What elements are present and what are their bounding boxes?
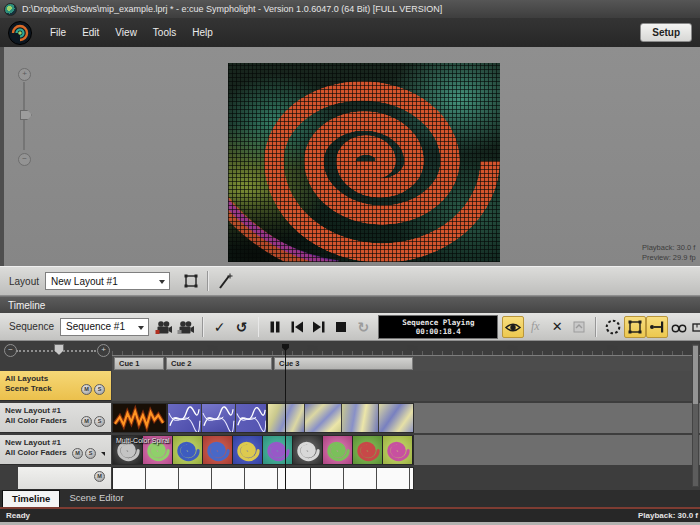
lcd-timecode: 00:00:18.4 [416, 327, 461, 336]
tracks-vertical-scrollbar[interactable] [692, 344, 699, 487]
apply-check-button[interactable]: ✓ [209, 316, 231, 338]
ruler-button[interactable] [690, 316, 700, 338]
preview-zoom-slider[interactable]: + − [16, 68, 32, 164]
led-matrix-preview [228, 63, 500, 262]
lcd-status-line: Sequence Playing [402, 318, 474, 327]
track-header-scene-track[interactable]: All Layouts Scene Track M S [0, 371, 111, 401]
menu-help[interactable]: Help [184, 23, 221, 42]
tab-scene-editor[interactable]: Scene Editor [60, 490, 132, 506]
bottom-tab-bar: Timeline Scene Editor [0, 490, 700, 507]
playhead[interactable] [285, 344, 286, 490]
menu-edit[interactable]: Edit [74, 23, 107, 42]
track-name: All Layouts [5, 374, 111, 384]
title-bar: D:\Dropbox\Shows\mip_example.lprj * - e:… [0, 0, 700, 18]
solo-button[interactable]: S [94, 384, 105, 395]
selection-frame-button[interactable] [180, 270, 202, 292]
pause-button[interactable] [264, 316, 286, 338]
fx-button[interactable]: fx [524, 316, 546, 338]
sequence-label: Sequence [9, 321, 54, 332]
sequence-toolbar: Sequence Sequence #1 ✓ ↺ ↻ Sequence Play… [0, 313, 700, 341]
timeline-zoom-thumb[interactable] [54, 344, 64, 355]
ruler-tick-label: 20s [307, 344, 317, 351]
timeline-panel-header: Timeline [0, 296, 700, 313]
sequence-select[interactable]: Sequence #1 [60, 318, 149, 336]
cue-marker[interactable]: Cue 1 [114, 357, 164, 370]
window-app-icon [4, 3, 17, 16]
fps-readout: Playback: 30.0 f Preview: 29.9 fp [642, 243, 700, 263]
timeline-tracks-area: − + 10s 20s 30s 40s 50s Cue 1 Cue 2 Cue … [0, 341, 700, 490]
window-title: D:\Dropbox\Shows\mip_example.lprj * - e:… [22, 4, 442, 14]
ruler-tick-label: 10s [207, 344, 217, 351]
menu-file[interactable]: File [42, 23, 74, 42]
menu-view[interactable]: View [107, 23, 145, 42]
mute-button[interactable]: M [94, 471, 105, 482]
track-content-faders-1 [112, 403, 700, 433]
timeline-zoom-control[interactable]: − + [2, 343, 110, 357]
track-content-scene[interactable] [112, 371, 700, 401]
status-bar: Ready Playback: 30.0 f [0, 509, 700, 522]
status-playback-fps: Playback: 30.0 f [638, 511, 698, 520]
cue-marker[interactable]: Cue 2 [166, 357, 272, 370]
ruler-tick-label: 40s [507, 344, 517, 351]
solo-button[interactable]: S [94, 416, 105, 427]
playback-fps: Playback: 30.0 f [642, 243, 700, 253]
clip-soft-waves[interactable] [267, 403, 414, 433]
skip-to-start-button[interactable] [286, 316, 308, 338]
loop-playback-button[interactable]: ↺ [231, 316, 253, 338]
rotate-mode-button[interactable] [602, 316, 624, 338]
status-ready: Ready [6, 511, 30, 520]
disabled-tool-button[interactable] [568, 316, 590, 338]
mute-button[interactable]: M [81, 384, 92, 395]
cue-marker[interactable]: Cue 3 [274, 357, 413, 370]
add-sequence-button[interactable] [153, 316, 175, 338]
magic-wand-button[interactable] [214, 270, 236, 292]
track-content-faders-2: Multi-Color Spiral [112, 435, 700, 465]
layout-label: Layout [9, 276, 39, 287]
sequence-select-value: Sequence #1 [66, 321, 125, 332]
clip-title: Multi-Color Spiral [116, 437, 170, 444]
track-name: New Layout #1 [5, 406, 111, 416]
layout-select-value: New Layout #1 [51, 276, 118, 287]
tab-timeline[interactable]: Timeline [2, 490, 60, 507]
expand-track-icon[interactable] [101, 452, 105, 456]
stop-button[interactable] [330, 316, 352, 338]
cue-header-row: Cue 1 Cue 2 Cue 3 [112, 356, 700, 371]
close-clear-button[interactable]: ✕ [546, 316, 568, 338]
track-header-color-faders-1[interactable]: New Layout #1 All Color Faders M S [0, 403, 111, 433]
clip-fire-wave[interactable] [112, 403, 167, 433]
layout-toolbar: Layout New Layout #1 [0, 266, 700, 296]
setup-button[interactable]: Setup [640, 23, 692, 42]
ruler-tick-label: 50s [607, 344, 617, 351]
zoom-slider-thumb[interactable] [20, 110, 32, 120]
chevron-down-icon [138, 326, 144, 330]
zoom-out-icon[interactable]: − [18, 153, 31, 166]
sequence-lcd-display: Sequence Playing 00:00:18.4 [378, 315, 498, 339]
chevron-down-icon [159, 280, 165, 284]
live-preview-eye-button[interactable] [502, 316, 524, 338]
preview-fps: Preview: 29.9 fp [642, 253, 700, 263]
solo-button[interactable]: S [85, 448, 96, 459]
timeline-panel-title: Timeline [8, 300, 45, 311]
timeline-zoom-in-icon[interactable]: + [97, 344, 110, 357]
zoom-in-icon[interactable]: + [18, 68, 31, 81]
mute-button[interactable]: M [72, 448, 83, 459]
time-ruler[interactable]: 10s 20s 30s 40s 50s [112, 344, 700, 356]
scrollbar-thumb[interactable] [693, 346, 698, 404]
delete-sequence-button[interactable] [175, 316, 197, 338]
menu-tools[interactable]: Tools [145, 23, 184, 42]
subtrack-keyframe-grid[interactable] [112, 467, 414, 490]
mute-button[interactable]: M [81, 416, 92, 427]
menu-bar: File Edit View Tools Help Setup [0, 18, 700, 47]
clip-blue-scribble[interactable] [167, 403, 267, 433]
frame-select-toggle[interactable] [624, 316, 646, 338]
subtrack-header[interactable]: M [18, 467, 111, 490]
skip-to-end-button[interactable] [308, 316, 330, 338]
layout-select[interactable]: New Layout #1 [45, 272, 170, 290]
ecue-logo-icon [8, 21, 32, 45]
ruler-tick-label: 30s [407, 344, 417, 351]
loop-mode-button[interactable]: ↻ [352, 316, 374, 338]
snap-to-end-toggle[interactable] [646, 316, 668, 338]
track-header-color-faders-2[interactable]: New Layout #1 All Color Faders M S [0, 435, 111, 465]
clip-multi-color-spiral[interactable]: Multi-Color Spiral [112, 435, 414, 465]
preview-glasses-button[interactable] [668, 316, 690, 338]
